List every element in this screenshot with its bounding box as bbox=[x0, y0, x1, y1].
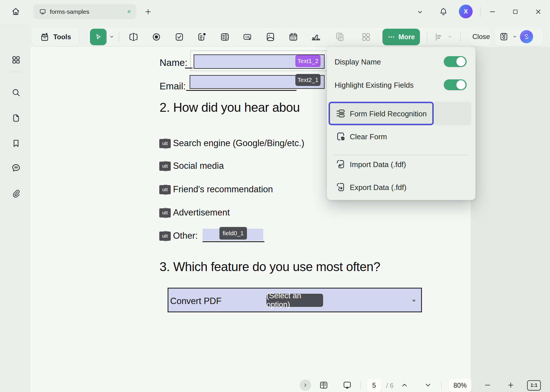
unsaved-dot bbox=[127, 10, 131, 13]
arrange-fields-tool[interactable] bbox=[360, 31, 372, 43]
page-number-input[interactable]: 5 bbox=[367, 379, 382, 392]
page-number-value: 5 bbox=[372, 382, 376, 389]
date-field-tool[interactable] bbox=[288, 31, 299, 43]
minimize-icon bbox=[489, 8, 496, 15]
monitor-icon bbox=[39, 8, 46, 15]
zoom-level-value: 80% bbox=[453, 382, 467, 389]
user-avatar[interactable]: X bbox=[459, 5, 473, 18]
page-layout-button[interactable] bbox=[318, 379, 329, 391]
close-form-label: Close bbox=[472, 33, 490, 41]
text-field-tool[interactable] bbox=[128, 31, 139, 43]
combo-dropdown-arrow-icon[interactable] bbox=[411, 298, 417, 304]
signature-field-tool[interactable] bbox=[310, 31, 322, 43]
other-label: Other: bbox=[173, 231, 198, 241]
display-name-toggle[interactable] bbox=[444, 56, 467, 67]
copy-icon bbox=[335, 32, 345, 42]
statusbar-divider bbox=[360, 381, 361, 389]
bell-icon bbox=[439, 7, 448, 16]
minimize-button[interactable] bbox=[486, 6, 498, 18]
actual-size-label: 1:1 bbox=[531, 383, 538, 388]
copy-fields-tool[interactable] bbox=[334, 31, 345, 43]
close-icon bbox=[535, 8, 542, 15]
save-icon bbox=[499, 32, 509, 42]
sidebar-search-button[interactable] bbox=[11, 87, 21, 98]
name-field-badge: Text1_2 bbox=[295, 55, 321, 67]
radio-button-tool[interactable] bbox=[151, 31, 162, 43]
list-box-tool[interactable] bbox=[219, 31, 231, 43]
feature-combo-box[interactable]: Convert PDF (Select an option) bbox=[168, 288, 422, 312]
form-toolbar: OK More bbox=[88, 28, 481, 46]
form-more-menu: Display Name Highlight Existing Fields F… bbox=[327, 47, 476, 200]
email-label: Email: bbox=[160, 81, 186, 92]
presentation-mode-button[interactable] bbox=[341, 379, 353, 391]
titlebar-expand-button[interactable] bbox=[415, 7, 425, 17]
select-tool-button[interactable] bbox=[90, 29, 107, 45]
sidebar-comments-button[interactable] bbox=[11, 162, 21, 173]
dropdown-field-tool[interactable] bbox=[196, 31, 208, 43]
avatar-initial: X bbox=[464, 8, 468, 15]
notifications-button[interactable] bbox=[438, 6, 449, 17]
export-data-label: Export Data (.fdf) bbox=[350, 183, 406, 192]
option-field-badge: utt bbox=[159, 208, 171, 217]
push-button-tool[interactable]: OK bbox=[242, 31, 253, 43]
document-tab[interactable]: forms-samples bbox=[33, 4, 136, 19]
highlight-fields-toggle[interactable] bbox=[444, 79, 467, 90]
zoom-level-input[interactable]: 80% bbox=[449, 379, 472, 392]
save-button[interactable] bbox=[498, 31, 510, 42]
zoom-in-button[interactable] bbox=[505, 379, 516, 391]
new-tab-button[interactable] bbox=[143, 6, 154, 17]
chevron-right-icon bbox=[303, 383, 308, 388]
statusbar-divider bbox=[441, 381, 442, 389]
sidebar-attachments-button[interactable] bbox=[11, 188, 21, 199]
next-page-button[interactable] bbox=[422, 379, 434, 391]
chevron-down-icon bbox=[447, 34, 452, 39]
close-form-button[interactable]: Close bbox=[468, 28, 491, 46]
chevron-down-icon bbox=[417, 9, 423, 15]
image-field-tool[interactable] bbox=[265, 31, 276, 43]
toolbox-icon bbox=[40, 32, 50, 42]
save-toolbar-group bbox=[495, 28, 543, 46]
chat-icon bbox=[11, 162, 21, 173]
tools-button[interactable]: Tools bbox=[32, 28, 79, 46]
sidebar-pages-button[interactable] bbox=[11, 113, 21, 124]
zoom-out-button[interactable] bbox=[482, 379, 493, 391]
plus-icon bbox=[507, 381, 514, 389]
close-window-button[interactable] bbox=[532, 6, 544, 18]
dropdown-field-icon bbox=[197, 32, 207, 42]
email-underline bbox=[186, 90, 296, 91]
save-dropdown[interactable] bbox=[512, 31, 518, 42]
radio-button-icon bbox=[151, 32, 162, 42]
statusbar-expand-button[interactable] bbox=[300, 379, 311, 391]
option-field-badge: utt bbox=[159, 185, 171, 194]
combo-field-badge: (Select an option) bbox=[266, 294, 323, 307]
question2-heading: 2. How did you hear abou bbox=[160, 100, 300, 115]
home-button[interactable] bbox=[8, 3, 24, 19]
align-fields-tool[interactable] bbox=[433, 31, 445, 43]
tools-label: Tools bbox=[53, 33, 71, 41]
presentation-icon bbox=[342, 380, 352, 390]
sidebar-thumbnails-button[interactable] bbox=[11, 54, 21, 65]
option-label: Advertisement bbox=[173, 207, 230, 218]
align-dropdown[interactable] bbox=[446, 33, 453, 40]
previous-page-button[interactable] bbox=[399, 379, 410, 391]
actual-size-button[interactable]: 1:1 bbox=[527, 380, 541, 391]
display-name-label: Display Name bbox=[335, 58, 381, 66]
chevron-down-icon bbox=[424, 381, 432, 389]
calendar-icon bbox=[288, 32, 298, 42]
plus-icon bbox=[144, 8, 152, 16]
option-field-badge: utt bbox=[159, 232, 171, 241]
maximize-button[interactable] bbox=[509, 6, 521, 18]
page-total-label: / 6 bbox=[386, 382, 394, 390]
option-label: Friend's recommendation bbox=[173, 184, 273, 195]
search-icon bbox=[11, 88, 21, 97]
ai-assistant-button[interactable] bbox=[520, 30, 533, 43]
other-field-badge: field0_1 bbox=[219, 227, 247, 240]
more-dots-icon bbox=[388, 33, 395, 41]
more-button[interactable]: More bbox=[382, 29, 420, 45]
sidebar-bookmarks-button[interactable] bbox=[11, 138, 21, 149]
highlight-fields-label: Highlight Existing Fields bbox=[335, 81, 414, 90]
checkbox-tool[interactable] bbox=[174, 31, 185, 43]
select-tool-dropdown[interactable] bbox=[108, 33, 115, 40]
tab-title: forms-samples bbox=[50, 8, 124, 15]
other-underline bbox=[203, 241, 264, 242]
